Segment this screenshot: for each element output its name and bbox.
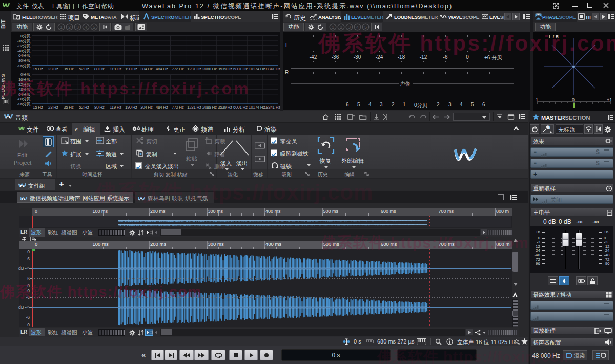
svg-text:4: 4 (356, 25, 359, 30)
svg-text:e: e (75, 125, 78, 132)
svg-text:2: 2 (340, 25, 342, 30)
svg-text:3: 3 (76, 25, 79, 30)
svg-text:3: 3 (348, 25, 351, 30)
svg-text:4: 4 (85, 25, 87, 30)
svg-text:1: 1 (332, 25, 334, 30)
svg-text:5: 5 (364, 25, 367, 30)
svg-text:5: 5 (93, 25, 95, 30)
svg-text:2: 2 (68, 25, 71, 30)
svg-text:1: 1 (60, 25, 63, 30)
